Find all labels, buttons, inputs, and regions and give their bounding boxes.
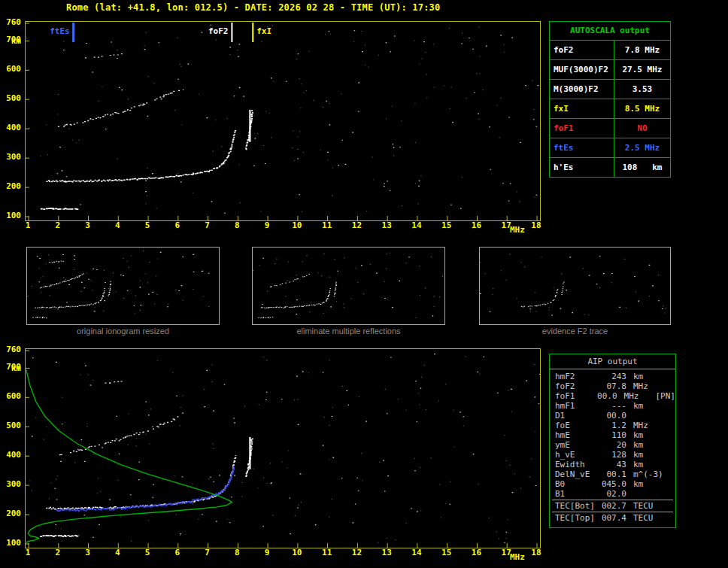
f2-third-hop-trace [90,381,123,385]
x-axis-label: 18 [531,548,541,557]
ftEs-marker-label: ftEs [50,26,70,36]
x-axis-label: 7 [205,221,210,229]
thumbnail-multiple-reflections [252,247,445,325]
aip-row-foe: foE1.2MHz [550,421,675,430]
aip-param-extra [668,421,669,430]
x-axis-label: 4 [115,548,120,557]
x-axis-label: 11 [322,548,332,557]
autoscala-param-label: ftEs [550,138,614,157]
aip-param-label: hmE [555,430,600,440]
aip-param-label: foF1 [555,391,594,401]
aip-param-extra: [PN] [654,391,676,401]
aip-row-d1: D100.0 [550,411,675,421]
autoscala-row-m3000f2: M(3000)F23.53 [550,80,670,99]
aip-param-value: 243 [600,372,626,381]
autoscala-param-label: foF1 [550,119,614,138]
autoscala-row-hes: h'Es108 km [550,158,670,177]
bottom-ionogram-canvas [26,349,540,548]
x-axis-label: 8 [235,221,240,229]
x-axis-label: 7 [205,548,210,557]
electron-density-profile [26,369,232,542]
aip-param-extra [668,401,669,411]
aip-param-label: foE [555,421,600,430]
aip-param-value: 007.4 [600,513,626,523]
aip-param-unit: TECU [626,501,668,511]
aip-param-unit: MHz [626,421,668,430]
aip-param-unit: km [626,479,668,489]
top-ionogram-canvas: ftEsfoF2fxI [26,22,540,220]
aip-param-unit: km [626,450,668,460]
thumbnail-original-canvas [27,248,217,323]
aip-param-label: DelN_vE [555,469,600,479]
aip-param-label: TEC[Bot] [555,501,600,511]
thumbnail-multiple-reflections-canvas [253,248,443,323]
autoscala-param-value: 3.53 [614,80,670,99]
aip-param-unit: km [626,440,668,450]
aip-param-extra [668,479,669,489]
x-axis-label: 13 [382,548,392,557]
y-axis-label: 300 [0,153,21,161]
y-axis-label: 200 [0,182,21,190]
aip-param-extra [668,440,669,450]
autoscala-param-label: h'Es [550,158,614,177]
aip-row-hmf1: hmF1---km [550,401,675,411]
aip-param-unit: km [626,430,668,440]
f2-second-hop-trace [58,90,180,126]
aip-row-yme: ymE20km [550,440,675,450]
aip-param-extra [668,489,669,499]
x-axis-label: 6 [175,548,180,557]
x-axis-label: 16 [472,221,481,229]
aip-table-rows: hmF2243kmfoF207.8MHzfoF100.0MHz[PN]hmF1-… [550,369,675,523]
x-axis-label: 11 [322,221,332,229]
x-axis-label: 2 [55,548,60,557]
aip-param-extra [668,372,669,381]
y-axis-label: 500 [0,421,21,430]
station-header: Rome (lat: +41.8, lon: 012.5) - DATE: 20… [66,2,440,13]
thumb-es_layer [258,317,273,318]
autoscala-param-label: MUF(3000)F2 [550,60,614,79]
autoscala-row-muf3000f2: MUF(3000)F227.5 MHz [550,60,670,80]
y-axis-label: 200 [0,509,21,518]
f2-second-hop-trace [59,417,179,455]
autoscala-param-value: NO [614,119,670,138]
x-axis-label: 9 [265,548,270,557]
aip-param-label: D1 [555,411,600,421]
aip-param-value: --- [600,401,626,411]
autoscala-row-ftes: ftEs2.5 MHz [550,138,670,158]
y-axis-label: 400 [0,451,21,459]
x-axis-label: 12 [352,548,362,557]
y-axis-unit: km [0,37,21,45]
x-axis-label: 14 [411,548,421,557]
thumb-f2_x_mode [561,282,564,294]
aip-param-label: foF2 [555,381,600,391]
thumb-f2_second_hop [270,274,310,287]
top-ionogram-plot: ftEsfoF2fxI [25,21,541,221]
aip-param-label: hmF2 [555,372,600,381]
thumbnail-caption-f2: evidence F2 trace [479,327,671,336]
autoscala-table-rows: foF27.8 MHzMUF(3000)F227.5 MHzM(3000)F23… [550,41,670,177]
y-axis-label: 400 [0,123,21,132]
y-axis-label: 760 [0,18,21,26]
xmode-bright-streak [249,437,250,469]
aip-param-label: hmF1 [555,401,600,411]
f2-main-trace [46,457,236,509]
autoscala-param-value: 7.8 MHz [614,41,670,59]
aip-param-extra [668,501,669,511]
aip-param-unit [626,411,668,421]
aip-param-unit: m^(-3) [626,469,668,479]
aip-param-unit: TECU [626,513,668,523]
aip-param-unit: MHz [617,391,654,401]
x-axis-unit: MHz [510,226,525,234]
aip-param-unit: km [626,460,668,469]
axis-ticks [26,351,537,548]
x-axis-label: 4 [115,221,120,229]
x-axis-label: 14 [411,221,421,229]
y-axis-label: 100 [0,211,21,220]
x-axis-label: 13 [382,221,392,229]
aip-row-b1: B102.0 [550,489,675,499]
aip-row-hme: hmE110km [550,430,675,440]
aip-table-title: AIP output [550,354,675,369]
x-axis-label: 15 [441,221,451,229]
aip-param-extra [668,513,669,523]
autoscala-param-label: foF2 [550,41,614,59]
